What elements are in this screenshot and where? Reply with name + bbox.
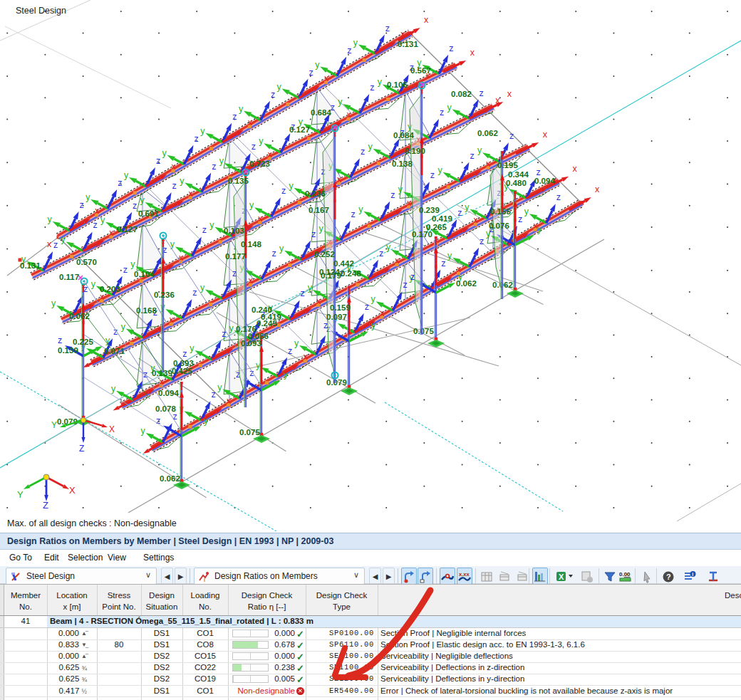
svg-text:X: X [69,485,76,496]
svg-text:z: z [172,181,177,191]
svg-text:0.127: 0.127 [289,125,310,134]
svg-text:0.093: 0.093 [241,339,261,348]
svg-text:x: x [543,130,548,140]
svg-text:z: z [211,390,215,399]
svg-text:z: z [212,162,216,172]
svg-text:y: y [239,104,244,114]
svg-text:x: x [380,308,385,318]
svg-text:y: y [111,384,116,394]
svg-text:0.248: 0.248 [341,269,361,278]
svg-text:0.117: 0.117 [59,273,79,281]
svg-text:I: I [204,578,205,583]
svg-text:y: y [48,214,53,224]
svg-text:z: z [365,302,369,312]
svg-text:z: z [430,170,435,180]
svg-text:z: z [80,200,84,210]
svg-text:y: y [353,38,358,48]
svg-text:y: y [105,335,110,345]
svg-text:x: x [470,48,475,58]
svg-text:x.xx: x.xx [459,571,470,578]
svg-text:y: y [437,165,442,175]
svg-text:z: z [470,151,474,161]
svg-text:x: x [171,162,176,172]
svg-text:Y: Y [17,489,24,500]
svg-text:0.094: 0.094 [534,177,555,185]
svg-text:y: y [308,283,313,293]
svg-text:y: y [465,202,470,212]
svg-text:y: y [162,148,167,158]
svg-text:x: x [267,150,272,160]
svg-text:y: y [371,320,376,330]
svg-text:z: z [323,320,328,330]
svg-text:z: z [156,156,160,166]
svg-text:y: y [190,343,195,353]
svg-text:0.062: 0.062 [456,279,477,288]
svg-text:0.480: 0.480 [506,179,527,187]
svg-text:x: x [249,276,254,286]
svg-text:0.138: 0.138 [392,160,413,168]
svg-text:y: y [294,338,299,348]
svg-text:0.179: 0.179 [321,271,341,280]
svg-text:y: y [358,204,363,214]
svg-text:y: y [180,176,185,186]
svg-text:z: z [182,349,187,359]
svg-text:z: z [202,225,207,235]
svg-text:0.062: 0.062 [477,129,498,137]
svg-text:x: x [227,396,232,406]
svg-text:Y: Y [51,420,57,430]
svg-text:z: z [457,208,462,218]
svg-text:z: z [311,229,316,239]
svg-text:0.106: 0.106 [387,80,408,89]
svg-text:0.159: 0.159 [330,303,351,312]
svg-text:z: z [281,186,286,196]
svg-text:0.148: 0.148 [241,240,261,249]
svg-text:0.167: 0.167 [309,206,329,214]
svg-text:z: z [271,90,275,100]
svg-text:z: z [403,280,408,290]
svg-text:Z: Z [43,500,48,511]
svg-text:0.570: 0.570 [76,258,97,266]
svg-text:y: y [249,200,254,210]
svg-text:z: z [301,288,305,298]
svg-text:0.239: 0.239 [419,206,440,214]
svg-text:y: y [338,97,343,107]
svg-text:z: z [370,83,374,93]
svg-text:0.195: 0.195 [497,161,518,169]
svg-text:z: z [361,147,365,157]
svg-text:y: y [368,142,373,152]
svg-text:0.155: 0.155 [490,207,511,216]
svg-text:0.139: 0.139 [152,369,172,377]
svg-text:y: y [51,298,56,308]
svg-text:0.131: 0.131 [398,40,418,48]
svg-text:0.419: 0.419 [432,214,452,223]
svg-text:y: y [537,224,542,234]
svg-text:y: y [130,259,135,269]
svg-text:y: y [477,145,482,155]
svg-text:0.139: 0.139 [58,346,78,355]
svg-text:z: z [556,192,561,202]
svg-text:y: y [61,234,66,244]
svg-text:z: z [173,412,177,422]
svg-text:0.131: 0.131 [20,261,41,270]
svg-text:0.135: 0.135 [228,177,249,185]
svg-text:z: z [192,288,197,298]
svg-text:x: x [595,184,600,194]
svg-text:0.177: 0.177 [225,252,246,261]
svg-text:x: x [316,296,321,306]
svg-text:y: y [209,220,214,230]
svg-text:x: x [109,228,114,238]
svg-text:z: z [351,209,356,219]
svg-text:0.075: 0.075 [239,428,260,437]
svg-text:0.684: 0.684 [311,108,331,117]
svg-text:y: y [256,360,261,370]
svg-text:x: x [95,206,100,216]
svg-text:x: x [495,95,500,105]
svg-text:0.075: 0.075 [413,327,434,335]
svg-text:0.082: 0.082 [451,90,472,98]
svg-text:z: z [440,108,444,117]
svg-text:0.723: 0.723 [249,160,270,168]
svg-text:x: x [507,89,512,99]
svg-text:0.097: 0.097 [326,313,347,321]
svg-text:0.190: 0.190 [405,147,425,155]
svg-text:x: x [474,215,479,225]
